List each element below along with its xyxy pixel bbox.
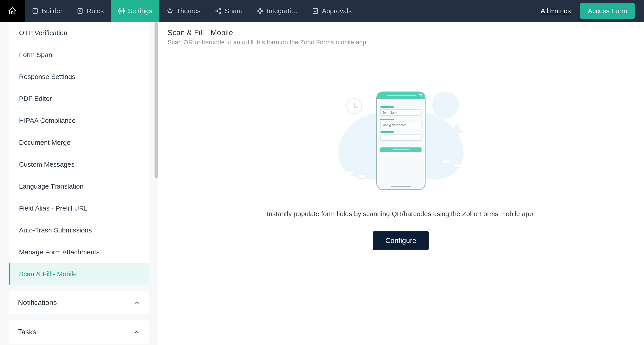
svg-rect-1 xyxy=(78,9,82,14)
sidebar-item-label: Manage Form Attachments xyxy=(19,248,100,256)
phone-home-indicator xyxy=(391,186,411,187)
tab-label: Integrati… xyxy=(267,7,298,15)
sample-empty-field xyxy=(380,134,422,141)
accordion-label: Notifications xyxy=(18,298,57,307)
tab-builder[interactable]: Builder xyxy=(24,0,70,22)
accordion-tasks[interactable]: Tasks xyxy=(9,320,149,344)
share-icon xyxy=(215,8,222,14)
sidebar-item-field-alias[interactable]: Field Alias - Prefill URL xyxy=(9,197,149,219)
sidebar-item-document-merge[interactable]: Document Merge xyxy=(9,132,149,153)
sidebar-item-manage-attachments[interactable]: Manage Form Attachments xyxy=(9,241,149,263)
sidebar-item-label: Custom Messages xyxy=(19,161,74,168)
tab-approvals[interactable]: Approvals xyxy=(305,0,359,22)
description-text: Instantly populate form fields by scanni… xyxy=(267,210,535,218)
settings-sidebar: OTP Verification Form Span Response Sett… xyxy=(0,22,158,345)
sidebar-item-pdf-editor[interactable]: PDF Editor xyxy=(9,88,149,110)
scan-icon xyxy=(419,94,422,97)
approvals-icon xyxy=(312,8,319,14)
sidebar-item-hipaa-compliance[interactable]: HIPAA Compliance xyxy=(9,110,149,132)
sidebar-item-label: HIPAA Compliance xyxy=(19,117,76,124)
scan-fill-illustration: ← John Sam john@zylker.com xyxy=(325,83,477,185)
svg-point-4 xyxy=(216,10,218,12)
tab-label: Builder xyxy=(42,7,62,15)
rules-icon xyxy=(77,8,84,14)
tab-themes[interactable]: Themes xyxy=(160,0,208,22)
sidebar-item-otp-verification[interactable]: OTP Verification xyxy=(9,22,149,44)
tab-share[interactable]: Share xyxy=(208,0,250,22)
svg-point-5 xyxy=(219,12,221,14)
sidebar-item-label: Form Span xyxy=(19,51,52,58)
svg-point-2 xyxy=(120,10,122,12)
phone-mockup: ← John Sam john@zylker.com xyxy=(376,92,426,190)
themes-icon xyxy=(166,8,173,14)
sidebar-item-label: Scan & Fill - Mobile xyxy=(19,270,77,278)
decor-box xyxy=(442,159,450,163)
sidebar-item-scan-fill-mobile[interactable]: Scan & Fill - Mobile xyxy=(9,263,149,285)
configure-button[interactable]: Configure xyxy=(373,231,429,250)
accordion-notifications[interactable]: Notifications xyxy=(9,291,149,314)
nav-tabs: Builder Rules Settings Themes Share Inte… xyxy=(24,0,359,22)
main-body: ← John Sam john@zylker.com xyxy=(158,51,644,345)
settings-list: OTP Verification Form Span Response Sett… xyxy=(9,22,149,285)
decor-box xyxy=(453,164,461,168)
phone-body: John Sam john@zylker.com xyxy=(377,99,425,156)
accordion-label: Tasks xyxy=(18,328,36,336)
sample-email-field: john@zylker.com xyxy=(380,122,422,128)
sidebar-item-custom-messages[interactable]: Custom Messages xyxy=(9,153,149,175)
sidebar-item-label: OTP Verification xyxy=(19,29,67,37)
decor-box xyxy=(358,175,366,179)
sample-submit xyxy=(380,147,422,152)
tab-label: Rules xyxy=(86,7,104,15)
tab-label: Settings xyxy=(128,7,152,15)
page-title: Scan & Fill - Mobile xyxy=(168,28,634,37)
sidebar-item-label: Language Translation xyxy=(19,183,84,190)
home-icon xyxy=(8,7,17,16)
chevron-up-icon xyxy=(134,299,140,306)
tab-label: Themes xyxy=(176,7,200,15)
sidebar-item-form-span[interactable]: Form Span xyxy=(9,44,149,66)
access-form-button[interactable]: Access Form xyxy=(580,3,635,19)
sidebar-item-label: Field Alias - Prefill URL xyxy=(19,204,88,212)
top-nav: Builder Rules Settings Themes Share Inte… xyxy=(0,0,644,22)
back-arrow-icon: ← xyxy=(380,94,384,98)
sidebar-item-label: Auto-Trash Submissions xyxy=(19,226,92,234)
all-entries-link[interactable]: All Entries xyxy=(541,7,571,15)
sidebar-item-label: Document Merge xyxy=(19,139,70,146)
builder-icon xyxy=(32,8,38,14)
sidebar-item-language-translation[interactable]: Language Translation xyxy=(9,175,149,197)
settings-icon xyxy=(118,8,125,14)
integrations-icon xyxy=(257,8,264,14)
sample-name-field: John Sam xyxy=(380,109,422,116)
home-button[interactable] xyxy=(0,0,24,22)
svg-point-3 xyxy=(219,8,221,10)
decor-box xyxy=(345,170,353,174)
lamp-icon xyxy=(450,123,464,139)
tab-settings[interactable]: Settings xyxy=(111,0,159,22)
sidebar-item-label: Response Settings xyxy=(19,73,75,80)
main-panel: Scan & Fill - Mobile Scan QR or barcode … xyxy=(158,22,644,345)
sidebar-scrollbar[interactable] xyxy=(154,22,158,179)
chevron-up-icon xyxy=(134,329,140,335)
sidebar-item-auto-trash[interactable]: Auto-Trash Submissions xyxy=(9,219,149,241)
clock-icon xyxy=(346,98,362,114)
svg-rect-6 xyxy=(313,9,318,14)
sidebar-item-response-settings[interactable]: Response Settings xyxy=(9,66,149,88)
lamp-icon xyxy=(441,105,454,121)
phone-header: ← xyxy=(377,92,425,99)
content-area: OTP Verification Form Span Response Sett… xyxy=(0,22,644,345)
topbar-right: All Entries Access Form xyxy=(541,0,644,22)
tab-rules[interactable]: Rules xyxy=(70,0,111,22)
tab-label: Approvals xyxy=(322,7,352,15)
main-header: Scan & Fill - Mobile Scan QR or barcode … xyxy=(158,22,644,51)
tab-label: Share xyxy=(225,7,242,15)
sidebar-item-label: PDF Editor xyxy=(19,95,52,102)
page-subtitle: Scan QR or barcode to auto-fill this for… xyxy=(168,39,634,46)
tab-integrations[interactable]: Integrati… xyxy=(250,0,305,22)
